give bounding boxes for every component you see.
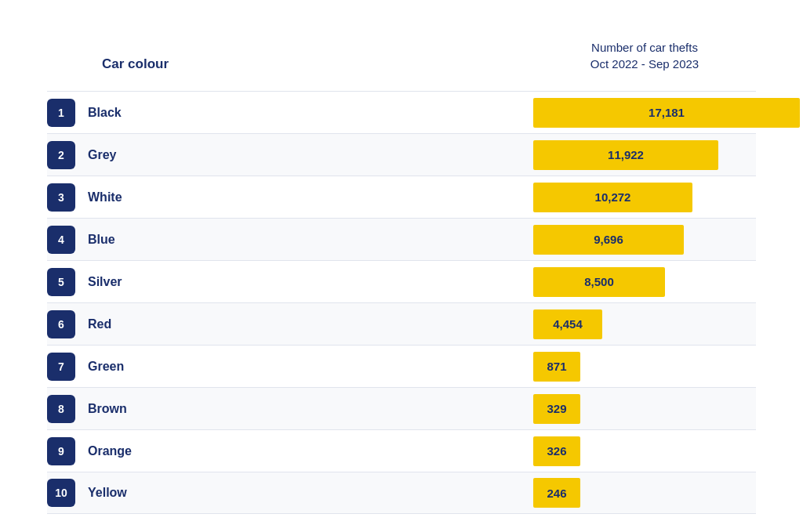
- row-left: 7 Green: [47, 353, 533, 381]
- colour-name: Grey: [88, 148, 116, 162]
- colour-name: Silver: [88, 275, 122, 289]
- bar-value: 17,181: [649, 106, 685, 119]
- rank-badge: 2: [47, 141, 75, 169]
- bar-cell: 8,500: [533, 267, 756, 297]
- colour-name: Green: [88, 360, 124, 374]
- row-left: 1 Black: [47, 99, 533, 127]
- bar-value: 329: [547, 402, 566, 415]
- bar-cell: 329: [533, 394, 756, 424]
- table-row: 7 Green 871: [47, 345, 756, 387]
- bar-value: 4,454: [553, 317, 583, 331]
- rank-badge: 1: [47, 99, 75, 127]
- row-left: 6 Red: [47, 310, 533, 338]
- bar-value: 246: [547, 487, 566, 500]
- row-left: 2 Grey: [47, 141, 533, 169]
- bar-cell: 871: [533, 352, 756, 382]
- table-row: 4 Blue 9,696: [47, 218, 756, 260]
- bar-value: 11,922: [608, 148, 644, 161]
- table-row: 10 Yellow 246: [47, 472, 756, 514]
- table-row: 6 Red 4,454: [47, 302, 756, 345]
- bar-cell: 9,696: [533, 225, 756, 255]
- row-left: 3 White: [47, 183, 533, 212]
- bar-cell: 246: [533, 478, 756, 508]
- column-label-thefts: Number of car thefts Oct 2022 - Sep 2023: [533, 39, 756, 72]
- bar-value: 9,696: [594, 233, 623, 246]
- chart-container: Car colour Number of car thefts Oct 2022…: [16, 16, 787, 532]
- data-rows: 1 Black 17,181 2 Grey 11,922 3 White: [47, 91, 756, 514]
- rank-badge: 8: [47, 395, 75, 423]
- bar-value: 871: [547, 360, 566, 373]
- colour-name: Brown: [88, 402, 127, 416]
- colour-name: Black: [88, 106, 122, 120]
- bar: 17,181: [533, 98, 800, 128]
- table-row: 5 Silver 8,500: [47, 260, 756, 302]
- bar-cell: 326: [533, 436, 756, 466]
- colour-name: White: [88, 190, 122, 204]
- bar-value: 326: [547, 444, 566, 458]
- rank-badge: 7: [47, 353, 75, 381]
- rank-badge: 10: [47, 479, 75, 507]
- table-row: 3 White 10,272: [47, 176, 756, 218]
- bar: 4,454: [533, 309, 602, 339]
- bar: 9,696: [533, 225, 684, 255]
- bar-cell: 4,454: [533, 309, 756, 339]
- bar: 10,272: [533, 183, 692, 212]
- bar-value: 10,272: [595, 190, 631, 204]
- bar: 11,922: [533, 140, 718, 170]
- bar: 329: [533, 394, 580, 424]
- rank-badge: 9: [47, 437, 75, 465]
- rank-badge: 3: [47, 183, 75, 212]
- row-left: 10 Yellow: [47, 479, 533, 507]
- row-left: 4 Blue: [47, 226, 533, 254]
- bar-cell: 10,272: [533, 183, 756, 212]
- table-row: 2 Grey 11,922: [47, 133, 756, 176]
- column-label-colour: Car colour: [47, 56, 533, 72]
- rank-badge: 6: [47, 310, 75, 338]
- table-row: 1 Black 17,181: [47, 91, 756, 133]
- bar: 326: [533, 436, 580, 466]
- row-left: 8 Brown: [47, 395, 533, 423]
- row-left: 9 Orange: [47, 437, 533, 465]
- row-left: 5 Silver: [47, 268, 533, 296]
- table-row: 8 Brown 329: [47, 387, 756, 429]
- bar-value: 8,500: [584, 275, 614, 288]
- colour-name: Orange: [88, 444, 132, 458]
- table-row: 9 Orange 326: [47, 429, 756, 472]
- bar: 246: [533, 478, 580, 508]
- colour-name: Yellow: [88, 486, 127, 500]
- bar-cell: 17,181: [533, 98, 800, 128]
- bar: 871: [533, 352, 580, 382]
- rank-badge: 4: [47, 226, 75, 254]
- bar: 8,500: [533, 267, 665, 297]
- header-row: Car colour Number of car thefts Oct 2022…: [47, 39, 756, 78]
- colour-name: Blue: [88, 233, 115, 247]
- rank-badge: 5: [47, 268, 75, 296]
- bar-cell: 11,922: [533, 140, 756, 170]
- colour-name: Red: [88, 317, 111, 331]
